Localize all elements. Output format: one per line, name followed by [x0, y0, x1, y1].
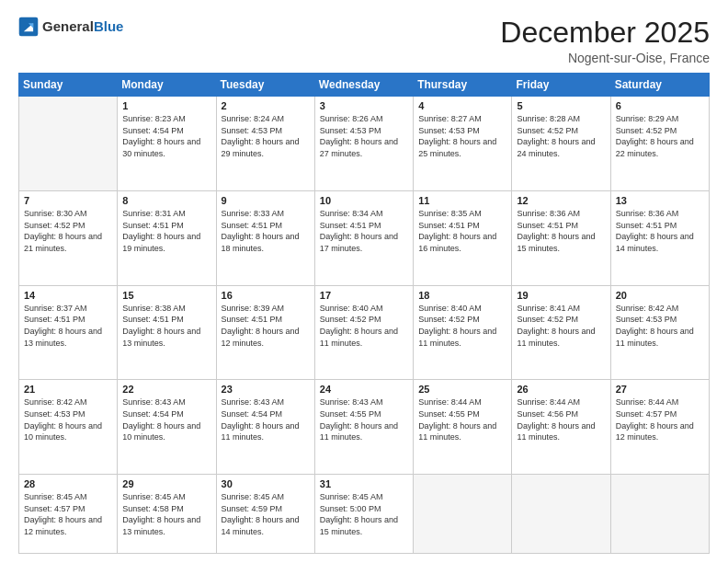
calendar-cell: 23Sunrise: 8:43 AMSunset: 4:54 PMDayligh… — [216, 380, 314, 475]
day-info: Sunrise: 8:45 AMSunset: 4:59 PMDaylight:… — [222, 491, 310, 537]
day-info: Sunrise: 8:43 AMSunset: 4:55 PMDaylight:… — [320, 396, 408, 442]
logo: GeneralBlue — [18, 17, 123, 37]
col-header-tuesday: Tuesday — [216, 74, 314, 97]
calendar-cell: 22Sunrise: 8:43 AMSunset: 4:54 PMDayligh… — [118, 380, 216, 475]
logo-blue: Blue — [94, 18, 124, 34]
day-number: 22 — [122, 384, 210, 395]
day-number: 23 — [222, 384, 310, 395]
col-header-friday: Friday — [512, 74, 610, 97]
day-info: Sunrise: 8:41 AMSunset: 4:52 PMDaylight:… — [517, 303, 605, 349]
day-number: 19 — [517, 290, 605, 301]
day-info: Sunrise: 8:23 AMSunset: 4:54 PMDaylight:… — [122, 113, 210, 159]
calendar-cell: 10Sunrise: 8:34 AMSunset: 4:51 PMDayligh… — [314, 190, 413, 285]
day-number: 14 — [24, 290, 112, 301]
header: GeneralBlue December 2025 Nogent-sur-Ois… — [18, 17, 710, 65]
week-row-0: 1Sunrise: 8:23 AMSunset: 4:54 PMDaylight… — [19, 97, 710, 191]
calendar-cell: 8Sunrise: 8:31 AMSunset: 4:51 PMDaylight… — [118, 190, 216, 285]
day-info: Sunrise: 8:36 AMSunset: 4:51 PMDaylight:… — [517, 208, 605, 254]
day-number: 13 — [616, 195, 704, 206]
day-info: Sunrise: 8:35 AMSunset: 4:51 PMDaylight:… — [418, 208, 506, 254]
calendar-table: SundayMondayTuesdayWednesdayThursdayFrid… — [18, 73, 710, 554]
col-header-sunday: Sunday — [19, 74, 118, 97]
calendar-cell: 1Sunrise: 8:23 AMSunset: 4:54 PMDaylight… — [118, 97, 216, 191]
week-row-1: 7Sunrise: 8:30 AMSunset: 4:52 PMDaylight… — [19, 190, 710, 285]
calendar-cell: 28Sunrise: 8:45 AMSunset: 4:57 PMDayligh… — [19, 475, 118, 554]
day-number: 15 — [122, 290, 210, 301]
calendar-cell: 20Sunrise: 8:42 AMSunset: 4:53 PMDayligh… — [610, 285, 709, 380]
day-info: Sunrise: 8:27 AMSunset: 4:53 PMDaylight:… — [418, 113, 506, 159]
day-number: 21 — [24, 384, 112, 395]
day-number: 6 — [616, 100, 704, 111]
day-info: Sunrise: 8:44 AMSunset: 4:56 PMDaylight:… — [517, 396, 605, 442]
calendar-header-row: SundayMondayTuesdayWednesdayThursdayFrid… — [19, 74, 710, 97]
day-info: Sunrise: 8:44 AMSunset: 4:55 PMDaylight:… — [418, 396, 506, 442]
day-info: Sunrise: 8:45 AMSunset: 4:58 PMDaylight:… — [122, 491, 210, 537]
day-number: 26 — [517, 384, 605, 395]
day-number: 8 — [122, 195, 210, 206]
day-number: 28 — [24, 478, 112, 489]
location: Nogent-sur-Oise, France — [500, 51, 710, 65]
calendar-cell: 3Sunrise: 8:26 AMSunset: 4:53 PMDaylight… — [314, 97, 413, 191]
day-number: 2 — [222, 100, 310, 111]
week-row-3: 21Sunrise: 8:42 AMSunset: 4:53 PMDayligh… — [19, 380, 710, 475]
month-title: December 2025 — [500, 17, 710, 49]
day-number: 31 — [320, 478, 408, 489]
day-info: Sunrise: 8:40 AMSunset: 4:52 PMDaylight:… — [320, 303, 408, 349]
calendar-cell: 2Sunrise: 8:24 AMSunset: 4:53 PMDaylight… — [216, 97, 314, 191]
calendar-cell: 25Sunrise: 8:44 AMSunset: 4:55 PMDayligh… — [414, 380, 512, 475]
day-info: Sunrise: 8:44 AMSunset: 4:57 PMDaylight:… — [616, 396, 704, 442]
day-info: Sunrise: 8:29 AMSunset: 4:52 PMDaylight:… — [616, 113, 704, 159]
day-number: 24 — [320, 384, 408, 395]
calendar-cell: 4Sunrise: 8:27 AMSunset: 4:53 PMDaylight… — [414, 97, 512, 191]
day-number: 27 — [616, 384, 704, 395]
calendar-cell: 27Sunrise: 8:44 AMSunset: 4:57 PMDayligh… — [610, 380, 709, 475]
calendar-cell: 7Sunrise: 8:30 AMSunset: 4:52 PMDaylight… — [19, 190, 118, 285]
calendar-cell: 31Sunrise: 8:45 AMSunset: 5:00 PMDayligh… — [314, 475, 413, 554]
day-number: 1 — [122, 100, 210, 111]
calendar-cell: 6Sunrise: 8:29 AMSunset: 4:52 PMDaylight… — [610, 97, 709, 191]
calendar-cell: 5Sunrise: 8:28 AMSunset: 4:52 PMDaylight… — [512, 97, 610, 191]
day-number: 18 — [418, 290, 506, 301]
calendar-cell — [19, 97, 118, 191]
calendar-cell: 15Sunrise: 8:38 AMSunset: 4:51 PMDayligh… — [118, 285, 216, 380]
week-row-2: 14Sunrise: 8:37 AMSunset: 4:51 PMDayligh… — [19, 285, 710, 380]
calendar-cell: 17Sunrise: 8:40 AMSunset: 4:52 PMDayligh… — [314, 285, 413, 380]
day-info: Sunrise: 8:26 AMSunset: 4:53 PMDaylight:… — [320, 113, 408, 159]
calendar-page: GeneralBlue December 2025 Nogent-sur-Ois… — [0, 0, 728, 563]
day-info: Sunrise: 8:45 AMSunset: 4:57 PMDaylight:… — [24, 491, 112, 537]
day-number: 25 — [418, 384, 506, 395]
day-info: Sunrise: 8:30 AMSunset: 4:52 PMDaylight:… — [24, 208, 112, 254]
day-number: 16 — [222, 290, 310, 301]
svg-rect-0 — [19, 17, 39, 37]
day-number: 5 — [517, 100, 605, 111]
calendar-cell: 14Sunrise: 8:37 AMSunset: 4:51 PMDayligh… — [19, 285, 118, 380]
day-number: 10 — [320, 195, 408, 206]
day-info: Sunrise: 8:40 AMSunset: 4:52 PMDaylight:… — [418, 303, 506, 349]
day-info: Sunrise: 8:24 AMSunset: 4:53 PMDaylight:… — [222, 113, 310, 159]
calendar-cell — [414, 475, 512, 554]
calendar-cell: 29Sunrise: 8:45 AMSunset: 4:58 PMDayligh… — [118, 475, 216, 554]
logo-text: GeneralBlue — [42, 19, 123, 35]
calendar-cell: 21Sunrise: 8:42 AMSunset: 4:53 PMDayligh… — [19, 380, 118, 475]
calendar-cell — [512, 475, 610, 554]
day-info: Sunrise: 8:45 AMSunset: 5:00 PMDaylight:… — [320, 491, 408, 537]
day-number: 3 — [320, 100, 408, 111]
day-number: 17 — [320, 290, 408, 301]
day-info: Sunrise: 8:34 AMSunset: 4:51 PMDaylight:… — [320, 208, 408, 254]
calendar-cell: 18Sunrise: 8:40 AMSunset: 4:52 PMDayligh… — [414, 285, 512, 380]
day-info: Sunrise: 8:33 AMSunset: 4:51 PMDaylight:… — [222, 208, 310, 254]
day-info: Sunrise: 8:36 AMSunset: 4:51 PMDaylight:… — [616, 208, 704, 254]
title-block: December 2025 Nogent-sur-Oise, France — [500, 17, 710, 65]
day-number: 29 — [122, 478, 210, 489]
col-header-thursday: Thursday — [414, 74, 512, 97]
col-header-wednesday: Wednesday — [314, 74, 413, 97]
day-info: Sunrise: 8:42 AMSunset: 4:53 PMDaylight:… — [24, 396, 112, 442]
day-number: 11 — [418, 195, 506, 206]
day-info: Sunrise: 8:42 AMSunset: 4:53 PMDaylight:… — [616, 303, 704, 349]
logo-general: General — [42, 18, 94, 34]
calendar-cell: 30Sunrise: 8:45 AMSunset: 4:59 PMDayligh… — [216, 475, 314, 554]
day-info: Sunrise: 8:38 AMSunset: 4:51 PMDaylight:… — [122, 303, 210, 349]
day-number: 4 — [418, 100, 506, 111]
calendar-cell — [610, 475, 709, 554]
day-number: 9 — [222, 195, 310, 206]
